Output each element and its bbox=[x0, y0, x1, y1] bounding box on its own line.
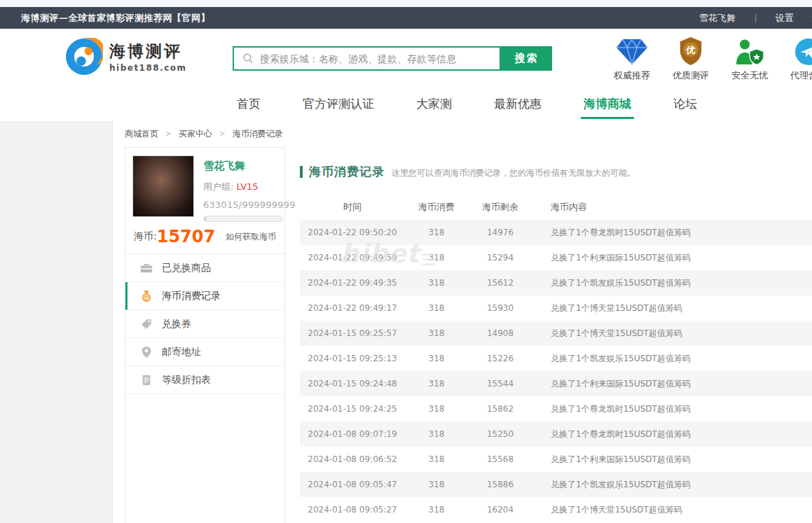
breadcrumb-separator: > bbox=[166, 129, 171, 139]
avatar[interactable] bbox=[132, 155, 194, 217]
cell-coin-spend: 318 bbox=[405, 472, 468, 497]
table-body: 2024-01-22 09:50:20 318 14976 兑换了1个尊龙凯时1… bbox=[300, 220, 812, 522]
col-header-remain: 海币剩余 bbox=[468, 195, 532, 220]
breadcrumb: 商城首页 > 买家中心 > 海币消费记录 bbox=[125, 128, 283, 140]
cell-coin-remain: 15568 bbox=[468, 447, 532, 472]
table-row: 2024-01-08 09:05:27 318 16204 兑换了1个博天堂15… bbox=[300, 497, 812, 522]
cell-coin-spend: 318 bbox=[405, 245, 468, 270]
usergroup-label: 用户组: bbox=[203, 181, 233, 192]
site-logo[interactable]: 海博测评 hibet188.com bbox=[65, 38, 187, 76]
sidebar-panel: 雪花飞舞 用户组:LV15 633015/999999999 海币: 15707… bbox=[125, 147, 285, 523]
diamond-icon bbox=[607, 35, 656, 66]
topbar-settings-link[interactable]: 设置 bbox=[776, 13, 794, 23]
cell-coin-remain: 15612 bbox=[468, 270, 532, 295]
cell-time: 2024-01-08 09:06:52 bbox=[300, 447, 405, 472]
table-row: 2024-01-22 09:49:17 318 15930 兑换了1个博天堂15… bbox=[300, 295, 812, 321]
table-row: 2024-01-22 09:50:20 318 14976 兑换了1个尊龙凯时1… bbox=[300, 220, 812, 245]
sidebar-item-vouchers[interactable]: 兑换券 bbox=[125, 310, 284, 338]
cell-coin-remain: 15544 bbox=[468, 371, 532, 396]
cell-coin-spend: 318 bbox=[405, 270, 468, 295]
sidebar-item-label: 邮寄地址 bbox=[162, 346, 201, 358]
nav-official-review[interactable]: 官方评测认证 bbox=[282, 88, 395, 121]
cell-time: 2024-01-22 09:50:20 bbox=[300, 220, 405, 245]
nav-everyone-tests[interactable]: 大家测 bbox=[395, 88, 473, 121]
table-row: 2024-01-08 09:07:19 318 15250 兑换了1个尊龙凯时1… bbox=[300, 421, 812, 447]
sidebar-menu: 已兑换商品 海币消费记录 兑换券 bbox=[125, 253, 284, 394]
cell-coin-content: 兑换了1个利来国际15USDT超值筹码 bbox=[532, 371, 812, 396]
breadcrumb-buyer-center[interactable]: 买家中心 bbox=[179, 129, 212, 139]
sidebar-item-discount-table[interactable]: 等级折扣表 bbox=[125, 366, 284, 394]
cell-coin-content: 兑换了1个博天堂15USDT超值筹码 bbox=[532, 497, 812, 522]
col-header-time: 时间 bbox=[300, 195, 405, 220]
records-table: 时间 海币消费 海币剩余 海币内容 2024-01-22 09:50:20 31… bbox=[300, 195, 812, 522]
sidebar-item-label: 已兑换商品 bbox=[162, 262, 211, 274]
logo-domain: hibet188.com bbox=[109, 63, 187, 73]
cell-coin-content: 兑换了1个尊龙凯时15USDT超值筹码 bbox=[532, 220, 812, 245]
sidebar-item-coin-records[interactable]: 海币消费记录 bbox=[125, 282, 284, 310]
nav-forum[interactable]: 论坛 bbox=[652, 88, 718, 121]
badge-authority[interactable]: 权威推荐 bbox=[607, 35, 656, 82]
premium-shield-icon: 优 bbox=[666, 35, 715, 66]
cell-coin-remain: 15250 bbox=[468, 421, 532, 447]
profile-username[interactable]: 雪花飞舞 bbox=[203, 160, 277, 173]
nav-home[interactable]: 首页 bbox=[216, 88, 282, 121]
search-box bbox=[233, 46, 501, 71]
page-title: 海币消费记录 bbox=[309, 164, 385, 180]
table-row: 2024-01-22 09:49:59 318 15294 兑换了1个利来国际1… bbox=[300, 245, 812, 270]
cell-time: 2024-01-22 09:49:35 bbox=[300, 270, 405, 295]
cell-coin-content: 兑换了1个凯发娱乐15USDT超值筹码 bbox=[532, 270, 812, 295]
sidebar-item-mailing-address[interactable]: 邮寄地址 bbox=[125, 338, 284, 366]
trust-badges: 权威推荐 优 优质测评 安全无忧 bbox=[607, 35, 812, 82]
profile-exp: 633015/999999999 bbox=[203, 200, 277, 210]
table-row: 2024-01-22 09:49:35 318 15612 兑换了1个凯发娱乐1… bbox=[300, 270, 812, 295]
cell-coin-content: 兑换了1个尊龙凯时15USDT超值筹码 bbox=[532, 396, 812, 421]
tag-icon bbox=[140, 318, 153, 330]
logo-name: 海博测评 bbox=[109, 41, 187, 62]
usergroup-level: LV15 bbox=[236, 181, 258, 192]
cell-time: 2024-01-15 09:25:57 bbox=[300, 321, 405, 346]
nav-latest-offers[interactable]: 最新优惠 bbox=[473, 88, 563, 121]
search-input[interactable] bbox=[260, 48, 500, 69]
coin-help-link[interactable]: 如何获取海币 bbox=[226, 231, 276, 243]
col-header-spend: 海币消费 bbox=[405, 195, 468, 220]
table-header-row: 时间 海币消费 海币剩余 海币内容 bbox=[300, 195, 812, 220]
cell-coin-spend: 318 bbox=[405, 321, 468, 346]
cell-coin-remain: 15226 bbox=[468, 346, 532, 371]
table-row: 2024-01-08 09:05:47 318 15886 兑换了1个凯发娱乐1… bbox=[300, 472, 812, 497]
coin-value: 15707 bbox=[157, 228, 216, 245]
cell-coin-spend: 318 bbox=[405, 497, 468, 522]
topbar-username-link[interactable]: 雪花飞舞 bbox=[699, 13, 736, 23]
table-row: 2024-01-15 09:25:13 318 15226 兑换了1个凯发娱乐1… bbox=[300, 346, 812, 371]
cell-coin-content: 兑换了1个博天堂15USDT超值筹码 bbox=[532, 295, 812, 321]
user-shield-icon bbox=[725, 35, 774, 66]
badge-agent[interactable]: 代理合作 bbox=[784, 35, 812, 82]
topbar-separator: | bbox=[754, 13, 757, 23]
coin-label: 海币: bbox=[134, 230, 157, 243]
profile-card: 雪花飞舞 用户组:LV15 633015/999999999 bbox=[125, 148, 284, 222]
exp-progress-fill bbox=[204, 216, 207, 221]
sidebar-item-label: 等级折扣表 bbox=[162, 374, 211, 386]
table-row: 2024-01-15 09:24:48 318 15544 兑换了1个利来国际1… bbox=[300, 371, 812, 396]
svg-text:优: 优 bbox=[685, 45, 696, 55]
profile-info: 雪花飞舞 用户组:LV15 633015/999999999 bbox=[203, 155, 277, 222]
badge-quality[interactable]: 优 优质测评 bbox=[666, 35, 715, 82]
page-subtitle: 这里您可以查询海币消费记录，您的海币价值有无限放大的可能。 bbox=[392, 165, 635, 179]
search-button[interactable]: 搜索 bbox=[501, 46, 552, 71]
breadcrumb-mall-home[interactable]: 商城首页 bbox=[125, 129, 158, 139]
breadcrumb-separator: > bbox=[220, 129, 225, 139]
profile-usergroup: 用户组:LV15 bbox=[203, 181, 277, 193]
cell-coin-remain: 15294 bbox=[468, 245, 532, 270]
cell-coin-remain: 16204 bbox=[468, 497, 532, 522]
cell-coin-spend: 318 bbox=[405, 396, 468, 421]
top-strip bbox=[0, 0, 812, 7]
nav-mall[interactable]: 海博商城 bbox=[563, 88, 652, 121]
cell-coin-content: 兑换了1个凯发娱乐15USDT超值筹码 bbox=[532, 346, 812, 371]
content-area: 雪花飞舞 用户组:LV15 633015/999999999 海币: 15707… bbox=[125, 147, 812, 523]
cell-time: 2024-01-15 09:25:13 bbox=[300, 346, 405, 371]
briefcase-icon bbox=[140, 262, 153, 274]
badge-safety[interactable]: 安全无忧 bbox=[725, 35, 774, 82]
cell-coin-spend: 318 bbox=[405, 447, 468, 472]
main-nav: 首页 官方评测认证 大家测 最新优惠 海博商城 论坛 bbox=[0, 88, 812, 121]
sidebar-item-redeemed-goods[interactable]: 已兑换商品 bbox=[125, 254, 284, 282]
cell-coin-spend: 318 bbox=[405, 371, 468, 396]
